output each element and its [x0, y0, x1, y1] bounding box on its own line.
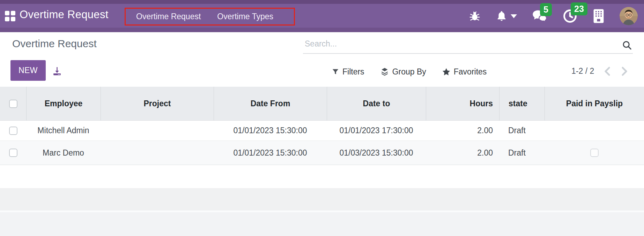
select-all-cell: [0, 87, 26, 121]
export-download-icon[interactable]: [52, 66, 62, 77]
chevron-right-icon: [621, 67, 628, 76]
footer-band: [0, 188, 644, 210]
messages-menu[interactable]: 5: [532, 9, 548, 23]
message-count-badge: 5: [540, 3, 552, 16]
menu-annotation-box: Overtime Request Overtime Types: [125, 8, 295, 26]
systray: 5 23: [468, 0, 638, 32]
column-header-project[interactable]: Project: [101, 87, 214, 121]
search-input[interactable]: [303, 36, 614, 52]
search-icon[interactable]: [622, 40, 632, 50]
page-title: Overtime Request: [12, 38, 97, 50]
column-header-paid-in-payslip[interactable]: Paid in Payslip: [545, 87, 644, 121]
pager-range: 1-2 / 2: [571, 66, 594, 76]
activities-clock-menu[interactable]: 23: [562, 8, 578, 24]
table-header-row: Employee Project Date From Date to Hours…: [0, 87, 644, 121]
bell-icon: [496, 10, 508, 22]
debug-bug-icon[interactable]: [468, 10, 481, 22]
company-building-icon[interactable]: [592, 8, 605, 24]
filter-funnel-icon: [332, 67, 339, 76]
column-header-date-to[interactable]: Date to: [327, 87, 426, 121]
cell-state: Draft: [499, 141, 545, 165]
footer-band: [0, 212, 644, 236]
pager-previous-button[interactable]: [604, 67, 611, 76]
notifications-bell-menu[interactable]: [496, 10, 517, 22]
user-avatar[interactable]: [620, 7, 638, 25]
cell-state: Draft: [499, 121, 545, 141]
cell-project: [101, 121, 214, 141]
menu-item-overtime-types[interactable]: Overtime Types: [217, 12, 273, 21]
cell-hours: 2.00: [426, 141, 499, 165]
paid-in-payslip-checkbox[interactable]: [590, 149, 599, 157]
new-button[interactable]: NEW: [10, 60, 46, 81]
cell-paid-in-payslip: [545, 141, 644, 165]
group-by-button[interactable]: Group By: [380, 67, 426, 77]
chevron-down-icon: [511, 14, 517, 18]
column-header-date-from[interactable]: Date From: [214, 87, 327, 121]
app-title: Overtime Request: [20, 8, 109, 21]
search-options-bar: Filters Group By Favorites: [332, 66, 487, 78]
column-header-hours[interactable]: Hours: [426, 87, 499, 121]
column-header-state[interactable]: state: [499, 87, 545, 121]
cell-date-from: 01/01/2023 15:30:00: [214, 141, 327, 165]
pager-next-button[interactable]: [621, 67, 628, 76]
apps-grid-icon[interactable]: [5, 11, 15, 21]
cell-paid-in-payslip: [545, 121, 644, 141]
pager: 1-2 / 2: [571, 66, 628, 76]
row-select-checkbox[interactable]: [9, 149, 17, 157]
table-row[interactable]: Marc Demo 01/01/2023 15:30:00 01/03/2023…: [0, 141, 644, 165]
table-row[interactable]: Mitchell Admin 01/01/2023 15:30:00 01/01…: [0, 121, 644, 141]
column-header-employee[interactable]: Employee: [26, 87, 101, 121]
cell-date-from: 01/01/2023 15:30:00: [214, 121, 327, 141]
top-bar: Overtime Request Overtime Request Overti…: [0, 0, 644, 32]
cell-employee: Marc Demo: [26, 141, 101, 165]
cell-employee: Mitchell Admin: [26, 121, 101, 141]
cell-date-to: 01/03/2023 15:30:00: [327, 141, 426, 165]
search-bar: [303, 36, 633, 54]
filters-button[interactable]: Filters: [332, 67, 364, 77]
activity-count-badge: 23: [571, 2, 587, 15]
favorites-button[interactable]: Favorites: [442, 67, 487, 77]
chevron-left-icon: [604, 67, 611, 76]
row-select-checkbox[interactable]: [9, 127, 17, 135]
menu-item-overtime-request[interactable]: Overtime Request: [136, 12, 201, 21]
cell-hours: 2.00: [426, 121, 499, 141]
select-all-checkbox[interactable]: [9, 100, 17, 108]
star-icon: [442, 67, 451, 76]
layers-icon: [380, 67, 389, 76]
cell-project: [101, 141, 214, 165]
cell-date-to: 01/01/2023 17:30:00: [327, 121, 426, 141]
